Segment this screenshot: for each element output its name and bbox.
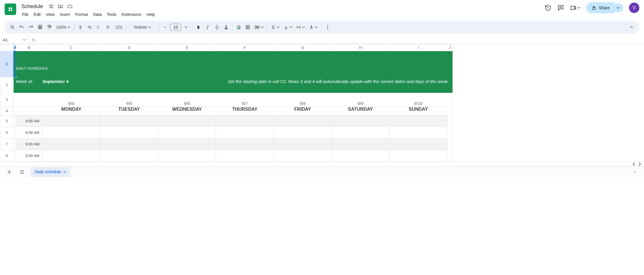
cell[interactable] [390,139,447,150]
star-icon[interactable] [48,3,54,9]
date-cell[interactable]: 9/6 [158,93,216,107]
column-header[interactable]: C [43,44,100,51]
increase-decimal-button[interactable]: .00 [104,23,112,32]
cell[interactable] [16,93,43,107]
search-menus-icon[interactable] [8,23,17,32]
cell[interactable] [274,150,332,162]
date-cell[interactable]: 9/4 [43,93,100,107]
explore-button[interactable] [631,168,639,176]
move-icon[interactable] [58,3,63,9]
cell[interactable] [100,150,158,162]
more-formats-button[interactable]: 123 [113,23,124,32]
formula-input[interactable] [38,36,644,44]
column-header[interactable]: E [158,44,216,51]
cell[interactable] [447,127,453,139]
text-wrap-button[interactable] [295,23,307,32]
sheets-logo[interactable] [5,3,16,15]
fill-color-button[interactable] [234,23,243,32]
text-rotation-button[interactable] [307,23,320,32]
select-all-corner[interactable] [0,44,14,51]
cell[interactable] [100,139,158,150]
day-cell[interactable]: FRIDAY [274,107,332,115]
cell[interactable] [14,107,16,115]
scroll-right-icon[interactable] [638,162,642,166]
bold-button[interactable] [194,23,203,32]
text-color-button[interactable] [222,23,230,32]
day-cell[interactable]: SATURDAY [332,107,390,115]
horizontal-align-button[interactable] [269,23,281,32]
cell[interactable] [216,150,274,162]
menu-view[interactable]: View [44,11,57,18]
cell[interactable] [14,77,16,93]
borders-button[interactable] [243,23,252,32]
increase-font-button[interactable] [182,23,190,32]
column-header[interactable]: I [390,44,447,51]
time-cell[interactable]: 9:00 AM [16,139,43,150]
day-cell[interactable]: SUNDAY [390,107,447,115]
comment-icon[interactable] [557,4,564,11]
italic-button[interactable] [203,23,212,32]
column-header[interactable]: A [14,44,16,51]
date-cell[interactable]: 9/9 [332,93,390,107]
day-cell[interactable]: MONDAY [43,107,100,115]
row-header[interactable]: 7 [0,139,14,150]
account-avatar[interactable]: V [629,3,639,13]
cell[interactable] [158,150,216,162]
cell[interactable] [390,150,447,162]
cell-A1[interactable] [14,51,16,77]
add-sheet-button[interactable] [5,168,13,176]
time-cell[interactable]: 8:00 AM [16,115,43,127]
cloud-icon[interactable] [67,3,73,9]
cell[interactable] [274,139,332,150]
name-box[interactable]: A1 [0,36,29,44]
cell[interactable] [158,139,216,150]
undo-button[interactable] [17,23,26,32]
scroll-left-icon[interactable] [632,162,636,166]
cell[interactable] [274,127,332,139]
cell[interactable] [43,150,100,162]
cell[interactable] [216,115,274,127]
cell[interactable] [447,115,453,127]
strikethrough-button[interactable] [213,23,221,32]
row-header[interactable]: 1 [0,51,14,77]
cell[interactable] [332,115,390,127]
font-dropdown[interactable]: Roboto [128,23,157,32]
redo-button[interactable] [27,23,35,32]
column-header[interactable]: D [100,44,158,51]
cell[interactable] [332,150,390,162]
column-header[interactable]: F [216,44,274,51]
cell[interactable] [14,139,16,150]
cell[interactable] [14,150,16,162]
menu-tools[interactable]: Tools [105,11,119,18]
time-cell[interactable]: 8:30 AM [16,127,43,139]
date-cell[interactable]: 9/5 [100,93,158,107]
row-header[interactable]: 5 [0,115,14,127]
zoom-dropdown[interactable]: 100% [54,23,72,32]
week-of-cell[interactable]: Week of: [16,77,43,93]
date-cell[interactable]: 9/10 [390,93,447,107]
cell[interactable] [447,150,453,162]
share-more-button[interactable] [615,3,623,12]
percent-button[interactable]: % [85,23,94,32]
cell[interactable] [100,115,158,127]
column-header[interactable]: G [274,44,332,51]
menu-data[interactable]: Data [91,11,104,18]
week-date-cell[interactable]: September 4 [43,77,100,93]
history-icon[interactable] [545,4,551,11]
cell[interactable] [14,93,16,107]
cell[interactable] [14,127,16,139]
share-button[interactable]: Share [586,2,614,13]
menu-extensions[interactable]: Extensions [119,11,143,18]
cell[interactable] [447,93,453,107]
cell[interactable] [332,127,390,139]
day-cell[interactable]: THURSDAY [216,107,274,115]
sheet-tab[interactable]: Daily schedule [31,167,70,177]
print-button[interactable] [36,23,45,32]
horizontal-scrollbar[interactable] [0,162,644,166]
document-title[interactable]: Schedule [20,3,45,10]
row-header[interactable]: 4 [0,107,14,115]
date-cell[interactable]: 9/7 [216,93,274,107]
cell[interactable] [332,139,390,150]
all-sheets-button[interactable] [18,168,26,176]
date-cell[interactable]: 9/8 [274,93,332,107]
